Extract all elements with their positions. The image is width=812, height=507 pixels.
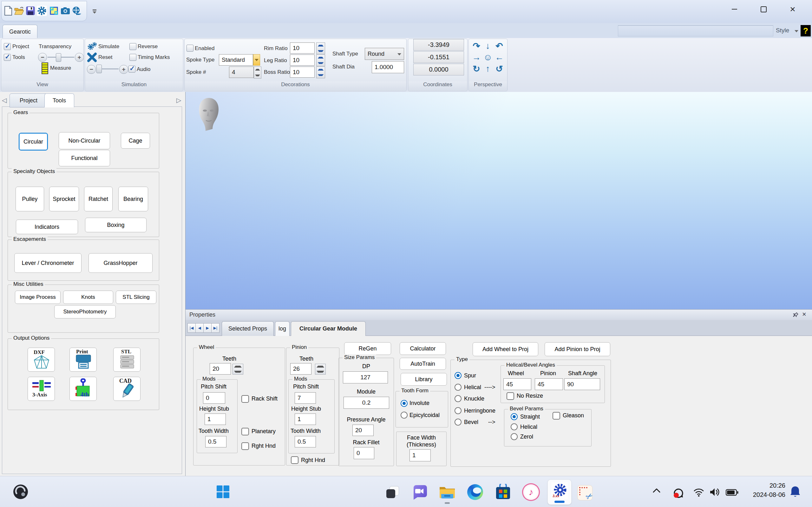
spoke-count-field[interactable]: 4 (229, 66, 254, 78)
indicators-button[interactable]: Indicators (16, 220, 78, 234)
export-dxf-button[interactable]: DXF (28, 348, 55, 372)
transparency-plus-button[interactable]: + (75, 53, 84, 62)
perspective-left-icon[interactable]: ← (494, 52, 505, 64)
sprocket-button[interactable]: Sprocket (49, 187, 79, 211)
add-wheel-to-proj-button[interactable]: Add Wheel to Proj (473, 342, 538, 356)
rim-ratio-spinner[interactable] (316, 43, 325, 54)
leg-ratio-field[interactable]: 10 (290, 55, 315, 66)
style-input[interactable] (618, 25, 773, 37)
tab-nav-next-icon[interactable]: ▶ (203, 323, 212, 333)
save-icon[interactable] (26, 6, 36, 16)
tab-selected-props[interactable]: Selected Props (222, 321, 274, 336)
straight-radio[interactable] (511, 413, 518, 420)
perspective-up-icon[interactable]: ↑ (482, 64, 494, 75)
wheel-tooth-width-field[interactable]: 0.5 (205, 436, 226, 447)
selection-box-icon[interactable] (49, 6, 59, 16)
transparency-minus-button[interactable]: − (38, 53, 47, 62)
wheel-teeth-spinner[interactable] (233, 364, 243, 375)
no-resize-checkbox[interactable] (507, 392, 514, 400)
pinion-pitch-shift-field[interactable]: 7 (295, 392, 316, 404)
pinion-rght-hnd-checkbox[interactable] (291, 456, 299, 464)
tools-checkbox[interactable] (4, 54, 11, 61)
measure-label[interactable]: Measure (50, 65, 71, 71)
transparency-slider-thumb[interactable] (56, 53, 61, 62)
involute-radio[interactable] (401, 400, 408, 407)
tray-battery-icon[interactable] (726, 489, 739, 496)
gearotic-taskbar-active[interactable]: 3.xx (548, 480, 571, 505)
shaft-dia-field[interactable]: 1.0000 (372, 61, 404, 73)
simulate-label[interactable]: Simulate (98, 43, 119, 50)
minimize-button[interactable] (727, 3, 742, 15)
angles-shaft-field[interactable]: 90 (564, 378, 600, 390)
bearing-button[interactable]: Bearing (118, 187, 148, 211)
export-cad-button[interactable]: CAD (113, 377, 141, 401)
leg-ratio-spinner[interactable] (316, 55, 325, 66)
tray-clock[interactable]: 20:26 2024-08-06 (744, 482, 785, 498)
gleason-checkbox[interactable] (553, 412, 560, 419)
epicycloidal-radio[interactable] (401, 412, 408, 418)
calculator-button[interactable]: Calculator (400, 342, 446, 355)
perspective-rotate-ccw-icon[interactable]: ↶ (494, 41, 505, 52)
non-circular-gear-button[interactable]: Non-Circular (59, 132, 110, 149)
zerol-radio[interactable] (511, 433, 518, 440)
3d-head-model[interactable] (197, 97, 221, 133)
spoke-type-caret-icon[interactable] (253, 54, 260, 66)
circular-gear-button[interactable]: Circular (19, 133, 48, 151)
export-4th-axis-button[interactable]: 4th (69, 377, 97, 401)
knuckle-radio[interactable] (455, 395, 461, 402)
helical-radio[interactable] (455, 384, 461, 391)
panel-tab-tools[interactable]: Tools (44, 94, 74, 107)
herringbone-radio[interactable] (455, 407, 461, 414)
rim-ratio-field[interactable]: 10 (290, 43, 315, 54)
viewport-canvas[interactable] (186, 92, 812, 309)
pinion-tooth-width-field[interactable]: 0.5 (295, 436, 316, 447)
project-checkbox[interactable] (4, 43, 11, 50)
sim-speed-plus-button[interactable]: + (119, 65, 128, 74)
tab-nav-first-icon[interactable]: |◀ (188, 323, 196, 333)
module-field[interactable]: 0.2 (344, 397, 389, 409)
wheel-teeth-field[interactable]: 20 (210, 363, 231, 375)
panel-tab-project[interactable]: Project (9, 94, 48, 107)
functional-gear-button[interactable]: Functional (59, 150, 110, 166)
dp-field[interactable]: 127 (343, 372, 388, 383)
knots-button[interactable]: Knots (63, 291, 113, 304)
image-process-button[interactable]: Image Process (15, 291, 61, 304)
pulley-button[interactable]: Pulley (15, 187, 44, 211)
sim-speed-minus-button[interactable]: − (87, 65, 96, 74)
wheel-pitch-shift-field[interactable]: 0 (203, 392, 225, 404)
maximize-button[interactable] (756, 3, 771, 15)
close-button[interactable]: × (785, 3, 800, 15)
lever-chronometer-button[interactable]: Lever / Chronometer (14, 253, 82, 273)
panel-tab-prev-icon[interactable]: ◁ (2, 96, 7, 104)
ratchet-button[interactable]: Ratchet (84, 187, 113, 211)
qat-menu-caret-icon[interactable] (93, 9, 96, 14)
perspective-roll-ccw-icon[interactable]: ↺ (494, 64, 505, 75)
settings-gear-icon[interactable] (37, 6, 47, 16)
close-panel-icon[interactable]: × (802, 310, 806, 319)
itunes-icon[interactable]: ♪ (522, 483, 540, 501)
tray-wifi-icon[interactable] (693, 488, 704, 497)
export-3axis-button[interactable]: 3-Axis (28, 377, 55, 401)
edge-browser-icon[interactable] (466, 483, 484, 501)
style-caret-icon[interactable] (795, 30, 798, 32)
corner-app-icon[interactable] (12, 483, 29, 500)
reset-label[interactable]: Reset (98, 54, 112, 60)
snipping-tool-icon[interactable]: ✂ (577, 485, 593, 501)
screenshot-camera-icon[interactable] (60, 6, 70, 16)
library-button[interactable]: Library (401, 373, 447, 386)
stl-slicing-button[interactable]: STL Slicing (116, 291, 156, 304)
wheel-rght-hnd-checkbox[interactable] (241, 442, 249, 450)
perspective-down-icon[interactable]: ↓ (482, 41, 494, 52)
grasshopper-button[interactable]: GrassHopper (89, 253, 153, 273)
measure-ruler-icon[interactable] (42, 62, 48, 74)
boss-ratio-field[interactable]: 10 (290, 66, 315, 78)
pressure-angle-field[interactable]: 20 (352, 425, 374, 436)
rack-shift-checkbox[interactable] (241, 395, 249, 403)
sim-speed-slider-thumb[interactable] (96, 65, 102, 73)
shaft-type-select[interactable]: Round (365, 48, 404, 60)
bevel-helical-radio[interactable] (511, 424, 518, 430)
tray-record-sync-icon[interactable] (672, 486, 684, 498)
pin-panel-icon[interactable] (792, 312, 798, 318)
perspective-rotate-cw-icon[interactable]: ↷ (471, 41, 482, 52)
tray-volume-icon[interactable] (709, 488, 721, 497)
